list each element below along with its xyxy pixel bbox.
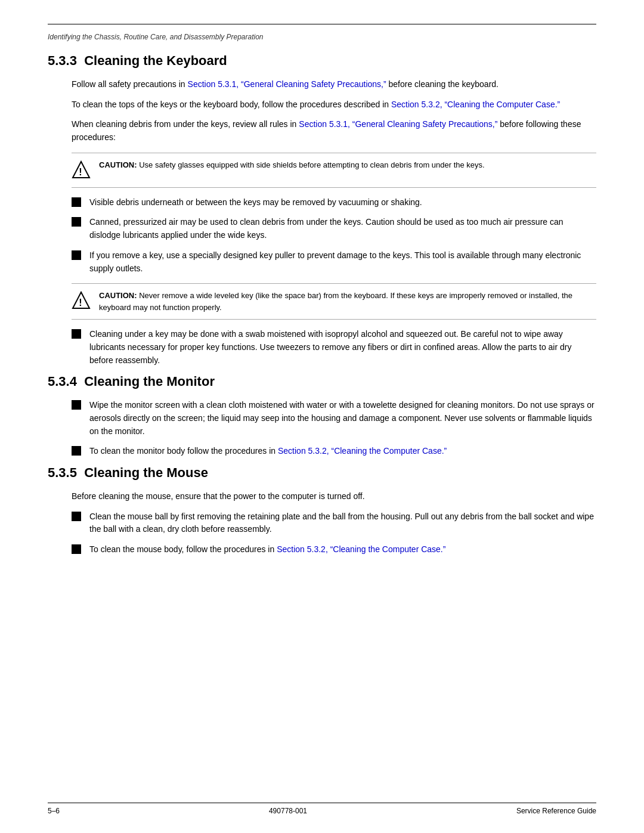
caution-icon-2: ! <box>72 291 93 312</box>
bullet-icon <box>72 446 81 456</box>
list-item: Cleaning under a key may be done with a … <box>72 328 596 367</box>
breadcrumb: Identifying the Chassis, Routine Care, a… <box>48 33 596 41</box>
bullet-list-535: Clean the mouse ball by first removing t… <box>72 510 596 556</box>
caution-icon-1: ! <box>72 160 93 181</box>
list-item: To clean the monitor body follow the pro… <box>72 445 596 458</box>
caution-text-2: CAUTION: Never remove a wide leveled key… <box>99 290 596 313</box>
bullet-icon <box>72 512 81 521</box>
link-532-computer-case-535[interactable]: Section 5.3.2, “Cleaning the Computer Ca… <box>277 544 445 554</box>
link-532-computer-case-534[interactable]: Section 5.3.2, “Cleaning the Computer Ca… <box>278 446 447 456</box>
bullet-icon <box>72 217 81 227</box>
bullet-icon <box>72 544 81 554</box>
section-533-para2: To clean the tops of the keys or the key… <box>72 98 596 112</box>
svg-text:!: ! <box>79 167 82 177</box>
caution-box-1: ! CAUTION: Use safety glasses equipped w… <box>72 153 596 188</box>
section-533-para1: Follow all safety precautions in Section… <box>72 78 596 91</box>
section-535-title: 5.3.5 Cleaning the Mouse <box>48 465 596 481</box>
footer-page-number: 5–6 <box>48 807 60 815</box>
list-item: If you remove a key, use a specially des… <box>72 249 596 275</box>
bullet-list-533-group2: Cleaning under a key may be done with a … <box>72 328 596 367</box>
bullet-icon <box>72 400 81 410</box>
footer-doc-number: 490778-001 <box>269 807 307 815</box>
list-item: Visible debris underneath or between the… <box>72 196 596 209</box>
svg-text:!: ! <box>79 298 82 308</box>
list-item: Clean the mouse ball by first removing t… <box>72 510 596 536</box>
section-534-title: 5.3.4 Cleaning the Monitor <box>48 374 596 389</box>
link-531-safety-p3[interactable]: Section 5.3.1, “General Cleaning Safety … <box>299 119 497 129</box>
list-item: To clean the mouse body, follow the proc… <box>72 543 596 556</box>
bullet-list-534: Wipe the monitor screen with a clean clo… <box>72 399 596 458</box>
bullet-icon <box>72 250 81 260</box>
section-535-intro: Before cleaning the mouse, ensure that t… <box>72 490 596 503</box>
list-item: Wipe the monitor screen with a clean clo… <box>72 399 596 438</box>
list-item: Canned, pressurized air may be used to c… <box>72 216 596 241</box>
section-533-title: 5.3.3 Cleaning the Keyboard <box>48 53 596 69</box>
bullet-icon <box>72 197 81 207</box>
section-533-para3: When cleaning debris from under the keys… <box>72 118 596 144</box>
page-footer: 5–6 490778-001 Service Reference Guide <box>48 803 596 815</box>
link-532-computer-case-p2[interactable]: Section 5.3.2, “Cleaning the Computer Ca… <box>391 100 560 109</box>
link-531-safety-p1[interactable]: Section 5.3.1, “General Cleaning Safety … <box>188 79 386 89</box>
bullet-icon <box>72 329 81 339</box>
footer-doc-title: Service Reference Guide <box>516 807 596 815</box>
bullet-list-533-group1: Visible debris underneath or between the… <box>72 196 596 275</box>
caution-text-1: CAUTION: Use safety glasses equipped wit… <box>99 159 485 171</box>
caution-box-2: ! CAUTION: Never remove a wide leveled k… <box>72 283 596 320</box>
